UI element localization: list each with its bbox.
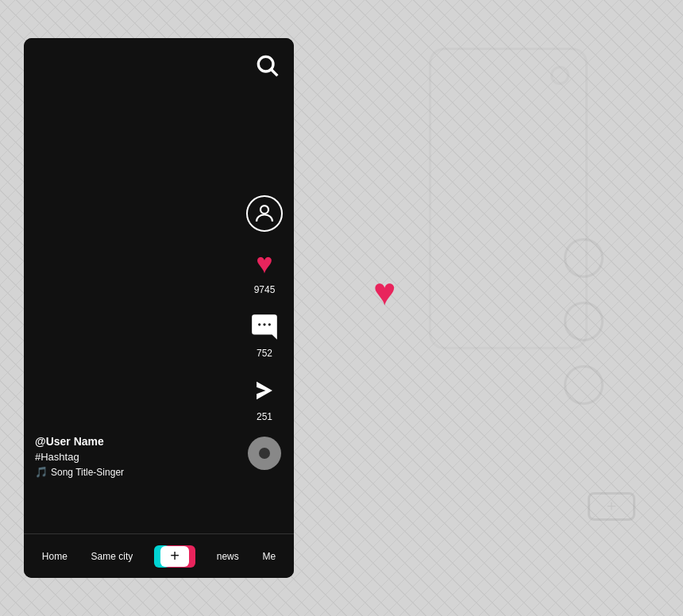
share-action[interactable]: 251 <box>247 373 282 422</box>
share-icon-wrapper <box>247 373 282 408</box>
like-action[interactable]: ♥ 9745 <box>247 246 282 295</box>
hashtag: #Hashtag <box>35 451 124 463</box>
nav-home[interactable]: Home <box>42 551 68 562</box>
user-icon <box>253 202 276 225</box>
ghost-circle-3 <box>564 365 604 405</box>
news-label: news <box>217 551 239 562</box>
home-label: Home <box>42 551 68 562</box>
plus-button-wrapper: + <box>156 545 193 568</box>
floating-heart: ♥ <box>373 270 396 314</box>
search-button[interactable] <box>254 52 280 81</box>
heart-icon-wrapper: ♥ <box>247 246 282 281</box>
comment-action[interactable]: 752 <box>247 310 282 359</box>
ghost-search <box>550 66 569 85</box>
svg-marker-6 <box>257 382 272 400</box>
ghost-circle-1 <box>564 238 604 278</box>
comment-icon-wrapper <box>247 310 282 345</box>
share-icon <box>251 377 278 404</box>
comments-count: 752 <box>257 348 272 359</box>
svg-point-3 <box>258 323 260 325</box>
comment-icon <box>249 312 280 342</box>
nav-same-city[interactable]: Same city <box>91 551 133 562</box>
svg-point-4 <box>263 323 265 325</box>
right-action-bar: ♥ 9745 752 <box>246 195 283 470</box>
username: @User Name <box>35 435 124 448</box>
likes-count: 9745 <box>254 284 276 295</box>
music-disc <box>248 437 281 470</box>
avatar <box>246 195 283 232</box>
video-info: @User Name #Hashtag 🎵 Song Title-Singer <box>35 435 124 478</box>
ghost-plus-button: + <box>588 492 635 521</box>
me-label: Me <box>262 551 276 562</box>
nav-me[interactable]: Me <box>262 551 276 562</box>
heart-icon: ♥ <box>256 249 272 278</box>
plus-label: + <box>170 547 179 565</box>
svg-point-5 <box>268 323 271 325</box>
music-disc-action[interactable] <box>248 437 281 470</box>
music-note-icon: 🎵 <box>35 466 48 478</box>
search-icon <box>254 52 280 78</box>
main-layout: ♥ 9745 752 <box>24 38 294 578</box>
shares-count: 251 <box>257 411 272 422</box>
plus-btn-center: + <box>160 546 189 567</box>
same-city-label: Same city <box>91 551 133 562</box>
ghost-circles <box>564 238 604 405</box>
nav-plus-button[interactable]: + <box>156 545 193 568</box>
nav-news[interactable]: news <box>217 551 239 562</box>
phone-mockup: ♥ 9745 752 <box>24 38 294 578</box>
svg-line-1 <box>272 70 277 75</box>
svg-point-2 <box>260 206 268 214</box>
bottom-navigation: Home Same city + news Me <box>24 533 294 578</box>
song-title: Song Title-Singer <box>51 467 124 478</box>
video-area: ♥ 9745 752 <box>24 38 294 533</box>
avatar-action[interactable] <box>246 195 283 232</box>
ghost-circle-2 <box>564 302 604 341</box>
svg-point-0 <box>258 56 273 71</box>
song-info: 🎵 Song Title-Singer <box>35 466 124 478</box>
